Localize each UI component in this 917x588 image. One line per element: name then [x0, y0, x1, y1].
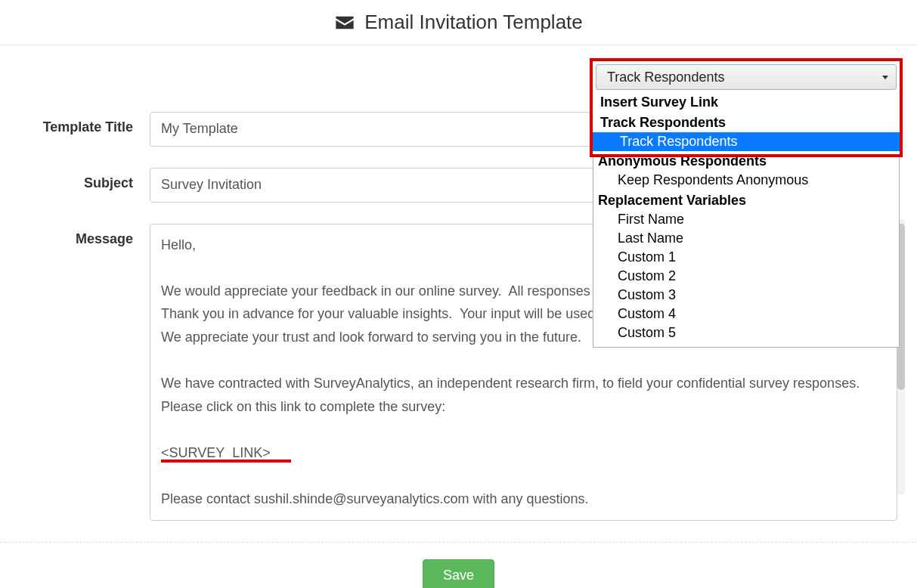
variable-dropdown[interactable]: Track Respondents — [596, 64, 897, 90]
dropdown-group-header: Insert Survey Link — [593, 91, 900, 112]
dropdown-option-keep-anonymous[interactable]: Keep Respondents Anonymous — [593, 171, 899, 190]
chevron-down-icon — [882, 76, 888, 79]
dropdown-option-custom-3[interactable]: Custom 3 — [593, 286, 899, 305]
dropdown-option-custom-5[interactable]: Custom 5 — [593, 323, 899, 342]
dropdown-group-header: Replacement Variables — [593, 190, 899, 210]
label-subject: Subject — [6, 168, 150, 191]
footer: Save — [0, 542, 917, 588]
page-title: Email Invitation Template — [364, 11, 583, 34]
label-template-title: Template Title — [6, 112, 150, 135]
dropdown-group-header: Track Respondents — [593, 112, 900, 132]
save-button[interactable]: Save — [423, 559, 494, 588]
dropdown-option-first-name[interactable]: First Name — [593, 210, 899, 229]
label-message: Message — [6, 224, 150, 247]
variable-dropdown-selected: Track Respondents — [607, 70, 724, 85]
page-header: Email Invitation Template — [0, 0, 917, 45]
envelope-icon — [334, 12, 355, 33]
dropdown-option-custom-1[interactable]: Custom 1 — [593, 248, 899, 267]
dropdown-option-last-name[interactable]: Last Name — [593, 229, 899, 248]
variable-dropdown-highlight: Track Respondents Insert Survey Link Tra… — [590, 58, 903, 157]
variable-dropdown-list: Anonymous Respondents Keep Respondents A… — [593, 150, 900, 348]
dropdown-option-track-respondents[interactable]: Track Respondents — [593, 132, 900, 151]
dropdown-option-custom-4[interactable]: Custom 4 — [593, 305, 899, 323]
dropdown-option-custom-2[interactable]: Custom 2 — [593, 267, 899, 286]
